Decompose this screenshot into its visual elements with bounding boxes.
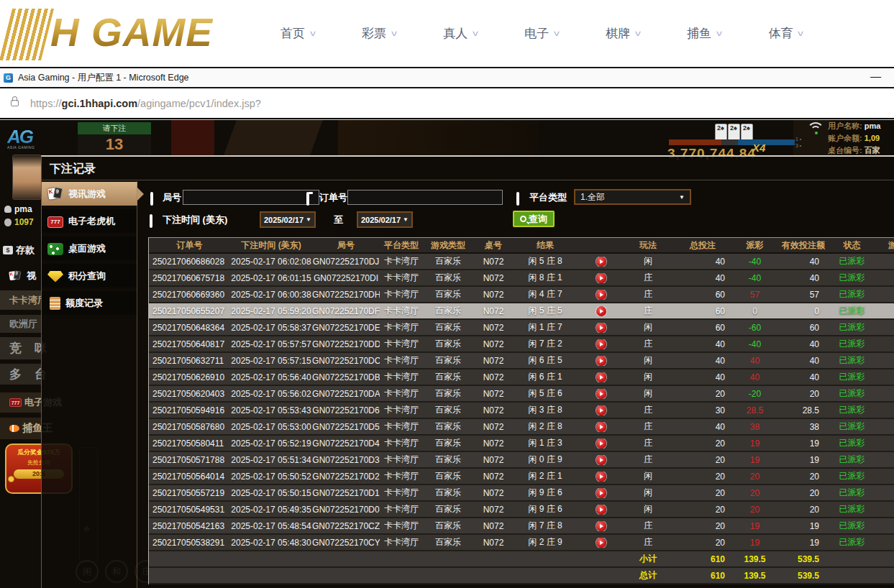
table-row[interactable]: 2502170606693602025-02-17 06:00:38GN0722…: [149, 287, 894, 303]
play-video-button[interactable]: [596, 538, 606, 548]
cell-status: 已派彩: [832, 371, 872, 383]
table-row[interactable]: 2502170505421632025-02-17 05:48:54GN0722…: [149, 518, 894, 535]
cell-payout: 40: [735, 372, 775, 382]
col-header-下注时间 (美东): 下注时间 (美东): [230, 239, 312, 252]
table-row[interactable]: 2502170506327112025-02-17 05:57:15GN0722…: [149, 353, 894, 369]
cell-status: 已派彩: [832, 354, 872, 367]
cell-game-type: 百家乐: [423, 321, 473, 334]
table-row[interactable]: 2502170505876802025-02-17 05:53:00GN0722…: [149, 419, 894, 436]
table-row[interactable]: 2502170506483642025-02-17 05:58:37GN0722…: [149, 320, 894, 336]
table-row[interactable]: 2502170505717882025-02-17 05:51:34GN0722…: [149, 452, 894, 469]
slot-777-icon: 777: [47, 216, 63, 228]
table-row[interactable]: 2502170505572192025-02-17 05:50:15GN0722…: [149, 485, 894, 502]
cell-game-type: 百家乐: [423, 354, 473, 367]
cell-game-type: 百家乐: [423, 487, 473, 499]
search-button[interactable]: 查询: [513, 211, 555, 227]
sidebar-item-fishing[interactable]: 捕鱼王: [0, 418, 42, 439]
play-video-button[interactable]: [596, 372, 606, 382]
deposit-button[interactable]: $存款: [3, 244, 45, 257]
browser-url-bar[interactable]: https://gci.1hhapi.com/agingame/pcv1/ind…: [0, 88, 894, 119]
menu-item-桌面游戏[interactable]: 桌面游戏: [42, 236, 137, 260]
play-video-button[interactable]: [596, 422, 606, 432]
nav-item-首页[interactable]: 首页∨: [280, 25, 316, 42]
play-video-button[interactable]: [596, 273, 606, 283]
cell-status: 已派彩: [832, 404, 872, 416]
table-row[interactable]: 2502170506408172025-02-17 05:57:57GN0722…: [149, 336, 894, 353]
menu-item-积分查询[interactable]: 积分查询: [42, 264, 137, 288]
cell-bet-time: 2025-02-17 05:59:20: [230, 306, 312, 316]
sidebar-item-multitable[interactable]: 多台: [0, 364, 42, 385]
play-video-button[interactable]: [596, 356, 606, 366]
magnifier-icon: [520, 216, 526, 222]
date-from-picker[interactable]: 2025/02/17▼: [260, 211, 316, 228]
table-row[interactable]: 2502170505949162025-02-17 05:53:43GN0722…: [149, 403, 894, 419]
play-video-button[interactable]: [596, 389, 606, 399]
cell-platform: 卡卡湾厅: [380, 255, 423, 267]
round-input[interactable]: [183, 190, 319, 205]
col-header-结果: 结果: [514, 239, 577, 252]
play-video-button[interactable]: [596, 521, 606, 531]
play-video-button[interactable]: [596, 339, 606, 349]
play-video-button[interactable]: [596, 405, 606, 415]
play-video-button[interactable]: [596, 306, 606, 316]
cell-valid-bet: 20: [775, 488, 832, 498]
cell-game-type: 百家乐: [423, 371, 473, 383]
cell-game-type: 百家乐: [423, 421, 473, 433]
table-row[interactable]: 2502170505804112025-02-17 05:52:19GN0722…: [149, 436, 894, 452]
cell-play: [577, 389, 626, 399]
table-row[interactable]: 2502170505382912025-02-17 05:48:30GN0722…: [149, 535, 894, 551]
username-label: 用户名称:: [828, 121, 862, 130]
nav-item-彩票[interactable]: 彩票∨: [362, 25, 397, 42]
nav-item-捕鱼[interactable]: 捕鱼∨: [687, 25, 722, 42]
dice-icon: [47, 243, 63, 255]
sidebar-item-slots[interactable]: 777电子游戏: [0, 392, 42, 413]
table-row[interactable]: 2502170505640142025-02-17 05:50:52GN0722…: [149, 469, 894, 485]
play-video-button[interactable]: [596, 505, 606, 515]
sidebar-item-kakawan[interactable]: 卡卡湾厅: [0, 290, 42, 310]
cell-payout: 20: [735, 472, 775, 482]
play-video-button[interactable]: [596, 257, 606, 267]
table-row[interactable]: 2502170606860282025-02-17 06:02:08GN0722…: [149, 254, 894, 270]
cell-total-bet: 30: [670, 405, 735, 415]
cell-valid-bet: 60: [775, 323, 832, 333]
menu-item-label: 电子老虎机: [68, 215, 115, 228]
sidebar-item-jingmi[interactable]: 竞咪: [0, 337, 42, 359]
play-video-button[interactable]: [596, 438, 606, 449]
menu-item-电子老虎机[interactable]: 777电子老虎机: [42, 209, 137, 233]
cell-payout: 19: [735, 538, 775, 548]
table-row[interactable]: 2502170505495312025-02-17 05:49:35GN0722…: [149, 502, 894, 518]
menu-item-视讯游戏[interactable]: K9视讯游戏: [42, 182, 137, 206]
menu-item-label: 积分查询: [68, 270, 106, 282]
nav-item-真人[interactable]: 真人∨: [443, 25, 478, 42]
round-filter-label: 局号: [150, 191, 181, 204]
cell-valid-bet: 40: [775, 356, 832, 366]
play-video-button[interactable]: [596, 488, 606, 498]
play-video-button[interactable]: [596, 472, 606, 482]
cell-total-bet: 60: [670, 306, 735, 316]
cell-play: [577, 306, 626, 316]
nav-item-体育[interactable]: 体育∨: [768, 25, 803, 42]
play-video-button[interactable]: [596, 455, 606, 465]
sidebar-item-europe[interactable]: 欧洲厅: [0, 315, 42, 333]
platform-select[interactable]: 1.全部▼: [574, 189, 691, 205]
cell-status: 已派彩: [832, 255, 872, 267]
minimize-button[interactable]: —: [870, 70, 881, 82]
nav-item-电子[interactable]: 电子∨: [524, 25, 560, 42]
table-row[interactable]: 2502170506269102025-02-17 05:56:40GN0722…: [149, 369, 894, 386]
cell-table-no: N072: [473, 257, 514, 267]
cell-bet-time: 2025-02-17 05:53:00: [230, 422, 312, 432]
total-row-cell: 总计: [626, 569, 670, 582]
order-input[interactable]: [347, 190, 503, 205]
menu-item-额度记录[interactable]: 额度记录: [42, 291, 137, 315]
url-text[interactable]: https://gci.1hhapi.com/agingame/pcv1/ind…: [30, 98, 261, 109]
date-to-picker[interactable]: 2025/02/17▼: [357, 211, 413, 228]
table-row[interactable]: 2502170606757182025-02-17 06:01:15GN0722…: [149, 270, 894, 287]
table-row[interactable]: 2502170506204032025-02-17 05:56:02GN0722…: [149, 386, 894, 403]
table-row[interactable]: 2502170506552072025-02-17 05:59:20GN0722…: [149, 303, 894, 320]
play-video-button[interactable]: [596, 323, 606, 333]
nav-item-棋牌[interactable]: 棋牌∨: [606, 25, 641, 42]
col-header-派彩: 派彩: [735, 239, 775, 252]
person-icon: [4, 206, 12, 213]
play-video-button[interactable]: [596, 290, 606, 300]
site-logo[interactable]: H GAME: [6, 4, 213, 60]
